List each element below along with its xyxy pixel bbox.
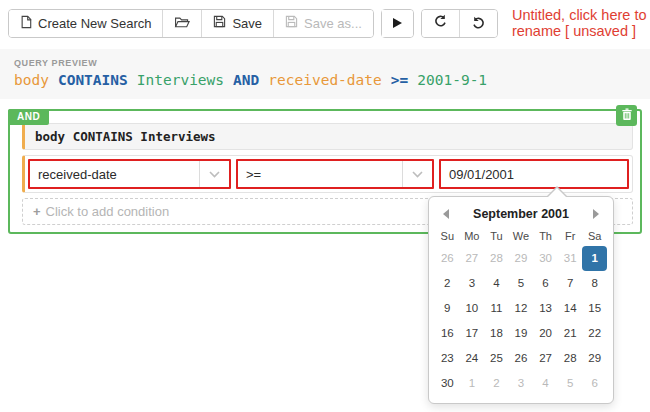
run-icon: [393, 18, 402, 28]
calendar-day[interactable]: 4: [533, 371, 558, 396]
create-new-search-label: Create New Search: [38, 16, 151, 31]
calendar-day[interactable]: 29: [582, 346, 607, 371]
datepicker-header: September 2001: [435, 202, 607, 226]
operator-select[interactable]: >=: [236, 159, 434, 189]
calendar-day[interactable]: 8: [582, 271, 607, 296]
calendar-day[interactable]: 18: [484, 321, 509, 346]
calendar-day[interactable]: 19: [509, 321, 534, 346]
calendar-day[interactable]: 23: [435, 346, 460, 371]
calendar-day[interactable]: 26: [509, 346, 534, 371]
query-preview-code: bodyCONTAINSInterviewsANDreceived-date>=…: [14, 72, 636, 88]
condition-row-static[interactable]: body CONTAINS Interviews: [22, 123, 633, 150]
calendar-day[interactable]: 30: [435, 371, 460, 396]
run-search-button[interactable]: [382, 10, 413, 37]
search-title-rename-link[interactable]: Untitled, click here to rename [ unsaved…: [512, 7, 650, 39]
calendar-day[interactable]: 2: [435, 271, 460, 296]
condition-text: body CONTAINS Interviews: [35, 129, 216, 144]
calendar-day[interactable]: 21: [558, 321, 583, 346]
day-of-week-label: We: [509, 226, 534, 246]
file-button-group: Create New Search Save Save as...: [8, 9, 374, 38]
calendar-days-grid: 2627282930311234567891011121314151617181…: [435, 246, 607, 396]
redo-button[interactable]: [459, 10, 497, 37]
previous-month-button[interactable]: [435, 203, 457, 225]
calendar-day[interactable]: 3: [509, 371, 534, 396]
chevron-down-icon: [402, 161, 432, 187]
calendar-day[interactable]: 4: [484, 271, 509, 296]
date-value-field: [439, 159, 629, 189]
add-condition-label: Click to add condition: [46, 204, 170, 219]
query-token: Interviews: [137, 72, 224, 88]
query-token: 2001-9-1: [417, 72, 487, 88]
day-of-week-label: Sa: [582, 226, 607, 246]
calendar-day[interactable]: 22: [582, 321, 607, 346]
save-icon: [213, 15, 226, 31]
query-token: received-date: [268, 72, 382, 88]
calendar-day[interactable]: 9: [435, 296, 460, 321]
calendar-day[interactable]: 28: [484, 246, 509, 271]
datepicker-month-title: September 2001: [457, 207, 585, 221]
undo-button[interactable]: [422, 10, 459, 37]
calendar-day[interactable]: 16: [435, 321, 460, 346]
chevron-left-icon: [443, 209, 449, 219]
next-month-button[interactable]: [585, 203, 607, 225]
calendar-day[interactable]: 1: [460, 371, 485, 396]
query-preview-label: QUERY PREVIEW: [14, 58, 636, 68]
day-of-week-row: SuMoTuWeThFrSa: [435, 226, 607, 246]
delete-group-button[interactable]: [616, 105, 637, 126]
day-of-week-label: Mo: [460, 226, 485, 246]
day-of-week-label: Fr: [558, 226, 583, 246]
open-search-button[interactable]: [162, 10, 201, 37]
calendar-day[interactable]: 5: [509, 271, 534, 296]
condition-row-editing: received-date >=: [22, 155, 633, 193]
field-select-value: received-date: [30, 167, 199, 182]
date-input[interactable]: [441, 167, 627, 182]
datepicker-popup: September 2001 SuMoTuWeThFrSa 2627282930…: [428, 196, 614, 404]
popup-caret-inner: [548, 188, 566, 197]
run-button-group: [381, 9, 414, 38]
history-button-group: [421, 9, 498, 38]
new-document-icon: [20, 15, 32, 32]
calendar-day[interactable]: 20: [533, 321, 558, 346]
calendar-day[interactable]: 5: [558, 371, 583, 396]
calendar-day[interactable]: 13: [533, 296, 558, 321]
field-select[interactable]: received-date: [28, 159, 231, 189]
plus-icon: +: [33, 204, 41, 219]
calendar-day[interactable]: 14: [558, 296, 583, 321]
calendar-day[interactable]: 11: [484, 296, 509, 321]
save-button[interactable]: Save: [201, 10, 273, 37]
calendar-day[interactable]: 30: [533, 246, 558, 271]
calendar-day[interactable]: 27: [460, 246, 485, 271]
save-label: Save: [232, 16, 262, 31]
create-new-search-button[interactable]: Create New Search: [9, 10, 162, 37]
calendar-day-selected[interactable]: 1: [582, 246, 607, 271]
calendar-day[interactable]: 28: [558, 346, 583, 371]
undo-icon: [433, 14, 448, 32]
chevron-down-icon: [199, 161, 229, 187]
calendar-day[interactable]: 10: [460, 296, 485, 321]
calendar-day[interactable]: 12: [509, 296, 534, 321]
query-token: body: [14, 72, 49, 88]
calendar-day[interactable]: 27: [533, 346, 558, 371]
calendar-day[interactable]: 6: [533, 271, 558, 296]
query-token: CONTAINS: [58, 72, 128, 88]
calendar-day[interactable]: 25: [484, 346, 509, 371]
calendar-day[interactable]: 31: [558, 246, 583, 271]
calendar-day[interactable]: 2: [484, 371, 509, 396]
day-of-week-label: Su: [435, 226, 460, 246]
calendar-day[interactable]: 24: [460, 346, 485, 371]
query-preview-panel: QUERY PREVIEW bodyCONTAINSInterviewsANDr…: [0, 49, 650, 99]
trash-icon: [621, 108, 633, 124]
calendar-day[interactable]: 6: [582, 371, 607, 396]
calendar-day[interactable]: 29: [509, 246, 534, 271]
save-as-button[interactable]: Save as...: [273, 10, 373, 37]
calendar-day[interactable]: 15: [582, 296, 607, 321]
save-as-label: Save as...: [304, 16, 362, 31]
group-operator-badge[interactable]: AND: [8, 109, 49, 125]
query-token: >=: [391, 72, 408, 88]
calendar-day[interactable]: 26: [435, 246, 460, 271]
open-folder-icon: [174, 16, 190, 31]
calendar-day[interactable]: 17: [460, 321, 485, 346]
calendar-day[interactable]: 3: [460, 271, 485, 296]
calendar-day[interactable]: 7: [558, 271, 583, 296]
redo-icon: [471, 16, 486, 31]
